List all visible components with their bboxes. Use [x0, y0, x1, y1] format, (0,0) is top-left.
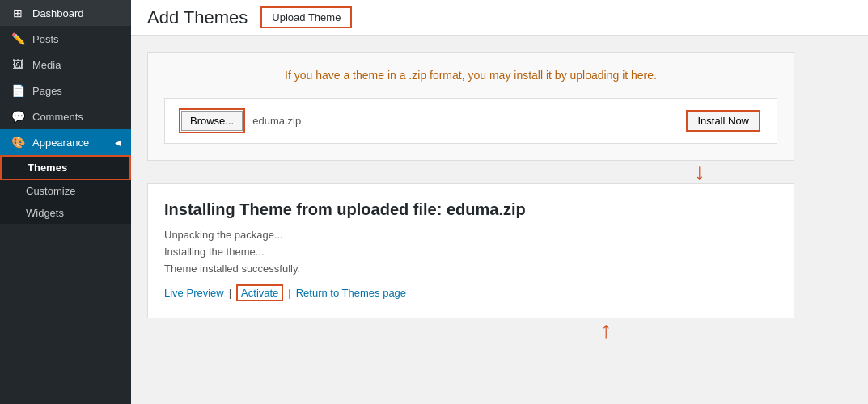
install-log-line-3: Theme installed successfully. [164, 263, 777, 275]
install-links: Live Preview | Activate | Return to Them… [164, 284, 777, 301]
customize-label: Customize [26, 185, 75, 197]
install-now-button[interactable]: Install Now [686, 110, 760, 132]
comments-icon: 💬 [10, 110, 26, 123]
upload-panel: If you have a theme in a .zip format, yo… [147, 52, 794, 161]
content-area: If you have a theme in a .zip format, yo… [131, 36, 868, 404]
file-name: eduma.zip [252, 115, 301, 127]
sidebar-item-customize[interactable]: Customize [0, 180, 131, 202]
return-to-themes-link[interactable]: Return to Themes page [296, 287, 406, 299]
upload-theme-button[interactable]: Upload Theme [260, 6, 352, 28]
main-content: Add Themes Upload Theme If you have a th… [131, 0, 868, 404]
chevron-icon: ◀ [115, 138, 121, 147]
upload-info-text: If you have a theme in a .zip format, yo… [164, 69, 777, 82]
install-title: Installing Theme from uploaded file: edu… [164, 200, 777, 219]
sidebar-item-widgets[interactable]: Widgets [0, 202, 131, 224]
sidebar: ⊞ Dashboard ✏️ Posts 🖼 Media 📄 Pages 💬 C… [0, 0, 131, 404]
appearance-label: Appearance [32, 137, 89, 149]
appearance-submenu: Themes Customize Widgets [0, 155, 131, 224]
links-separator: | [229, 287, 231, 299]
themes-label: Themes [28, 162, 67, 174]
sidebar-item-label: Pages [32, 85, 62, 97]
install-log-line-1: Unpacking the package... [164, 229, 777, 241]
browse-button[interactable]: Browse... [181, 111, 243, 131]
sidebar-item-dashboard[interactable]: ⊞ Dashboard [0, 0, 131, 26]
dashboard-icon: ⊞ [10, 6, 26, 19]
links-separator-2: | [288, 287, 290, 299]
arrow-down-icon: ↓ [694, 159, 705, 184]
media-icon: 🖼 [10, 58, 26, 71]
sidebar-item-pages[interactable]: 📄 Pages [0, 78, 131, 103]
sidebar-item-themes[interactable]: Themes [0, 155, 131, 180]
sidebar-item-posts[interactable]: ✏️ Posts [0, 26, 131, 52]
pages-icon: 📄 [10, 84, 26, 97]
appearance-icon: 🎨 [10, 136, 26, 149]
appearance-section: 🎨 Appearance ◀ Themes Customize Widgets [0, 129, 131, 224]
sidebar-item-label: Comments [32, 111, 83, 123]
sidebar-item-label: Media [32, 59, 61, 71]
upload-form-row: Browse... eduma.zip Install Now [164, 98, 777, 144]
arrow-between: ↓ [147, 161, 794, 183]
install-result-panel: Installing Theme from uploaded file: edu… [147, 183, 794, 318]
sidebar-item-label: Posts [32, 33, 59, 45]
sidebar-item-media[interactable]: 🖼 Media [0, 52, 131, 78]
sidebar-item-appearance[interactable]: 🎨 Appearance ◀ [0, 129, 131, 155]
activate-link[interactable]: Activate [236, 284, 283, 301]
sidebar-item-label: Dashboard [32, 7, 84, 19]
posts-icon: ✏️ [10, 32, 26, 45]
arrow-up-container: ↓ [600, 322, 852, 344]
arrow-down-container: ↓ [694, 161, 705, 183]
widgets-label: Widgets [26, 207, 64, 219]
page-title: Add Themes [147, 7, 248, 28]
upload-left: Browse... eduma.zip [181, 111, 301, 131]
sidebar-item-comments[interactable]: 💬 Comments [0, 103, 131, 129]
live-preview-link[interactable]: Live Preview [164, 287, 224, 299]
install-log-line-2: Installing the theme... [164, 246, 777, 258]
arrow-up-icon: ↓ [600, 322, 612, 344]
page-header: Add Themes Upload Theme [131, 0, 868, 36]
